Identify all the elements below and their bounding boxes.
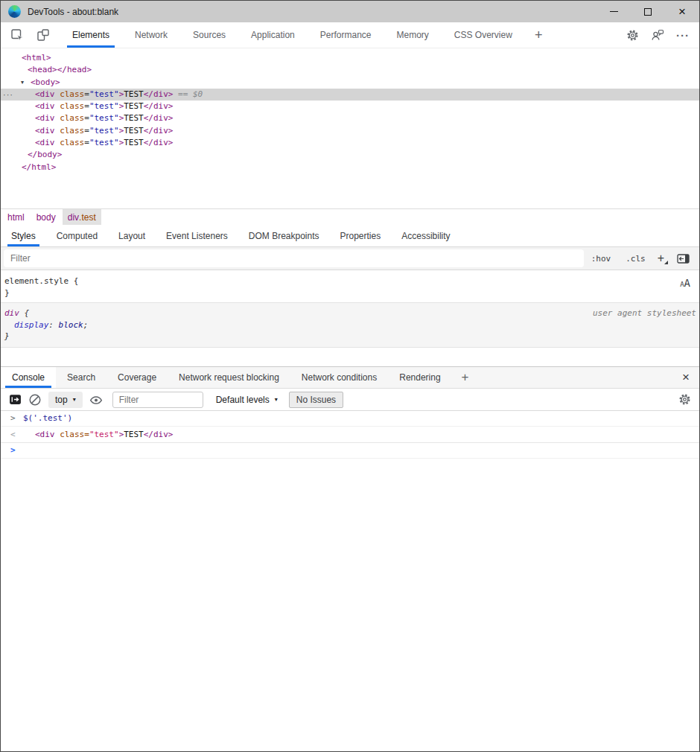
- tree-node-head[interactable]: <head></head>: [1, 64, 699, 76]
- console-sidebar-toggle-icon[interactable]: [9, 393, 22, 406]
- devtools-window: DevTools - about:blank × Elements Networ…: [0, 0, 700, 752]
- maximize-button[interactable]: [631, 1, 665, 22]
- close-drawer-icon[interactable]: ×: [672, 367, 699, 388]
- tab-performance[interactable]: Performance: [308, 22, 384, 48]
- tab-console[interactable]: Console: [1, 367, 56, 388]
- css-selector: element.style: [4, 276, 69, 286]
- expand-arrow-icon[interactable]: ▾: [21, 77, 31, 89]
- feedback-icon[interactable]: [651, 28, 664, 42]
- tab-accessibility[interactable]: Accessibility: [391, 225, 460, 246]
- breadcrumb-body[interactable]: body: [31, 209, 61, 225]
- new-style-rule-button[interactable]: +: [658, 252, 664, 264]
- tab-network[interactable]: Network: [122, 22, 180, 48]
- code-token: </div>: [144, 126, 174, 136]
- tab-properties[interactable]: Properties: [330, 225, 392, 246]
- tree-node-div[interactable]: <div class="test">TEST</div>: [1, 101, 699, 112]
- styles-pane-content: element.style { } AA user agent styleshe…: [1, 270, 699, 366]
- console-settings-gear-icon[interactable]: [678, 393, 691, 406]
- tab-elements[interactable]: Elements: [60, 22, 122, 48]
- breadcrumb-html[interactable]: html: [2, 209, 30, 225]
- console-input-row[interactable]: >: [1, 443, 699, 459]
- tab-css-overview[interactable]: CSS Overview: [442, 22, 525, 48]
- code-token: }: [4, 288, 10, 298]
- code-token: </div>: [144, 101, 174, 111]
- toolbar-right-icons: ···: [626, 22, 699, 48]
- result-element[interactable]: <div class="test">TEST</div>: [35, 430, 174, 439]
- more-menu-icon[interactable]: ···: [676, 30, 690, 41]
- tab-event-listeners[interactable]: Event Listeners: [156, 225, 238, 246]
- styles-filter-input[interactable]: [4, 249, 584, 267]
- code-token: TEST: [124, 89, 144, 99]
- code-token: "test": [89, 126, 119, 136]
- settings-gear-icon[interactable]: [626, 29, 639, 42]
- tab-rendering[interactable]: Rendering: [388, 367, 451, 388]
- tab-network-request-blocking[interactable]: Network request blocking: [168, 367, 290, 388]
- code-token: "test": [89, 101, 119, 111]
- code-token: "test": [89, 430, 119, 439]
- tree-node-div[interactable]: <div class="test">TEST</div>: [1, 112, 699, 124]
- font-editor-icon[interactable]: AA: [680, 278, 690, 288]
- breadcrumb-div-test[interactable]: div.test: [63, 209, 101, 225]
- console-result-row[interactable]: <<div class="test">TEST</div>: [1, 427, 699, 444]
- code-token: "test": [89, 113, 119, 123]
- tab-application[interactable]: Application: [238, 22, 308, 48]
- css-value[interactable]: block: [59, 320, 83, 330]
- user-agent-style-rule[interactable]: user agent stylesheet div { display: blo…: [1, 302, 699, 348]
- console-command-echo[interactable]: >$('.test'): [1, 411, 699, 427]
- code-token: </div>: [144, 113, 174, 123]
- toggle-pseudo-classes-button[interactable]: :hov: [591, 254, 611, 264]
- toggle-element-classes-button[interactable]: .cls: [626, 254, 646, 264]
- tab-network-conditions[interactable]: Network conditions: [290, 367, 388, 388]
- code-token: class: [60, 89, 84, 99]
- tree-node-html-open[interactable]: <html>: [1, 52, 699, 64]
- execution-context-selector[interactable]: top▾: [48, 392, 83, 408]
- toggle-computed-sidebar-icon[interactable]: [677, 252, 690, 265]
- tab-coverage[interactable]: Coverage: [106, 367, 168, 388]
- code-token: </div>: [144, 138, 174, 147]
- tab-dom-breakpoints[interactable]: DOM Breakpoints: [238, 225, 330, 246]
- tree-node-body-open[interactable]: ▾<body>: [1, 77, 699, 89]
- styles-filter-bar: :hov .cls +: [1, 247, 699, 270]
- tree-node-div[interactable]: <div class="test">TEST</div>: [1, 125, 699, 137]
- code-token: TEST: [124, 101, 144, 111]
- minimize-button[interactable]: [596, 1, 631, 22]
- more-drawer-tools-button[interactable]: +: [452, 367, 479, 388]
- tree-node-body-close[interactable]: </body>: [1, 149, 699, 161]
- code-token: class: [60, 138, 84, 147]
- console-empty-area[interactable]: [1, 459, 699, 752]
- tree-node-html-close[interactable]: </html>: [1, 162, 699, 173]
- tab-sources[interactable]: Sources: [180, 22, 238, 48]
- minimize-icon: [610, 11, 618, 12]
- tab-layout[interactable]: Layout: [108, 225, 156, 246]
- device-toolbar-icon[interactable]: [36, 28, 50, 42]
- code-token: </div>: [144, 89, 174, 99]
- tab-styles[interactable]: Styles: [1, 225, 46, 246]
- code-token: </div>: [144, 430, 174, 439]
- code-token: class: [60, 113, 84, 123]
- close-button[interactable]: ×: [665, 1, 699, 22]
- live-expression-eye-icon[interactable]: [89, 393, 103, 407]
- element-style-rule[interactable]: element.style { } AA: [1, 270, 699, 302]
- drawer-tabs: Console Search Coverage Network request …: [1, 366, 699, 389]
- more-tabs-button[interactable]: +: [525, 22, 553, 48]
- issues-counter-button[interactable]: No Issues: [289, 392, 343, 408]
- code-token: <div: [35, 113, 60, 123]
- node-options-icon[interactable]: ···: [3, 89, 13, 101]
- tree-node-div-selected[interactable]: ···<div class="test">TEST</div> == $0: [1, 89, 699, 101]
- tree-node-div[interactable]: <div class="test">TEST</div>: [1, 137, 699, 149]
- tab-search[interactable]: Search: [56, 367, 106, 388]
- code-token: <html>: [22, 53, 51, 63]
- log-levels-dropdown[interactable]: Default levels▾: [216, 395, 278, 405]
- window-controls: ×: [596, 1, 699, 22]
- inspect-element-icon[interactable]: [10, 28, 24, 42]
- console-filter-input[interactable]: [112, 392, 203, 408]
- code-token: }: [4, 331, 10, 341]
- tab-memory[interactable]: Memory: [384, 22, 442, 48]
- command-chevron-icon: >: [10, 412, 23, 424]
- clear-console-icon[interactable]: [28, 393, 42, 407]
- css-property[interactable]: display: [14, 320, 48, 330]
- code-token: "test": [89, 138, 119, 147]
- code-token: =: [84, 101, 89, 111]
- context-label: top: [55, 395, 68, 405]
- tab-computed[interactable]: Computed: [46, 225, 108, 246]
